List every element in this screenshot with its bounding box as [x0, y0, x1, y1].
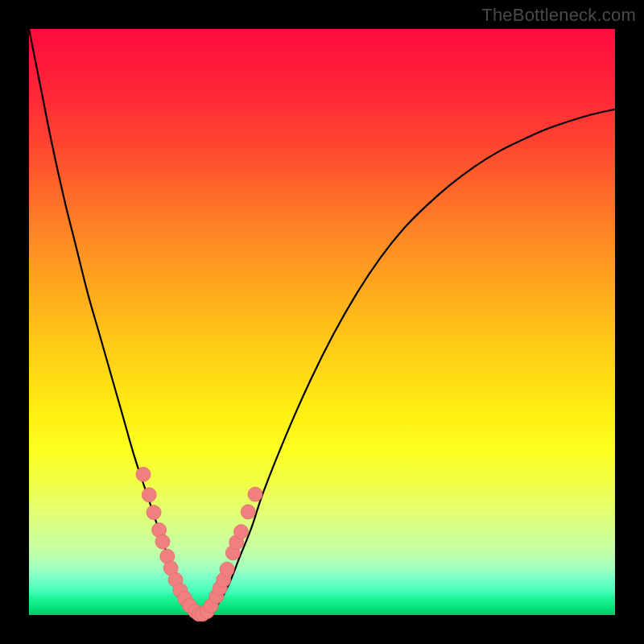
marker-group	[136, 467, 262, 621]
marker-point	[147, 506, 161, 520]
marker-point	[234, 525, 249, 539]
chart-stage: TheBottleneck.com	[0, 0, 644, 644]
marker-point	[241, 505, 255, 519]
marker-point	[142, 488, 156, 502]
plot-area	[29, 29, 615, 615]
chart-svg	[29, 29, 615, 615]
bottleneck-curve	[29, 29, 615, 615]
marker-point	[136, 467, 151, 481]
marker-point	[220, 562, 234, 576]
marker-point	[248, 487, 262, 502]
marker-point	[155, 535, 170, 549]
watermark-text: TheBottleneck.com	[481, 5, 636, 26]
